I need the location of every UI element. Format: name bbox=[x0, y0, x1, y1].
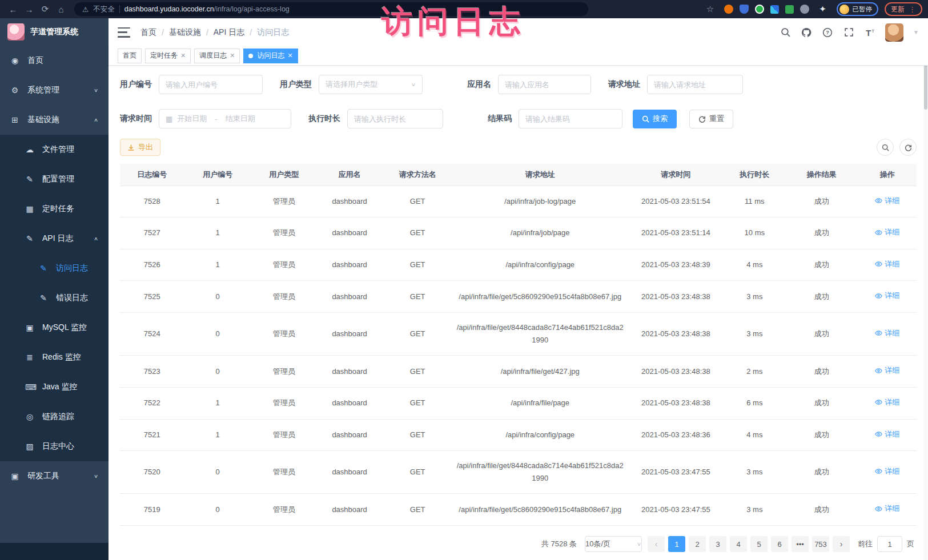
close-icon[interactable]: ✕ bbox=[287, 52, 292, 59]
browser-back-icon[interactable]: ← bbox=[6, 2, 21, 17]
sidebar-item-java-monitor[interactable]: ⌨ Java 监控 bbox=[0, 372, 109, 402]
browser-home-icon[interactable]: ⌂ bbox=[54, 2, 69, 17]
pagination-total: 共 7528 条 bbox=[541, 539, 577, 549]
user-id-input[interactable] bbox=[159, 75, 263, 94]
filter-label-user-type: 用户类型 bbox=[280, 79, 312, 90]
sidebar-item-mysql-monitor[interactable]: ▣ MySQL 监控 bbox=[0, 313, 109, 343]
user-avatar[interactable] bbox=[885, 23, 903, 42]
toggle-search-button[interactable] bbox=[877, 139, 894, 156]
extension-icon[interactable] bbox=[755, 5, 764, 14]
col-method-name: 请求方法名 bbox=[383, 164, 453, 186]
detail-button[interactable]: 详细 bbox=[875, 327, 899, 340]
extension-icon[interactable] bbox=[724, 5, 733, 14]
close-icon[interactable]: ✕ bbox=[180, 52, 186, 59]
tag-access-log[interactable]: 访问日志 ✕ bbox=[243, 49, 298, 63]
breadcrumb-infrastructure[interactable]: 基础设施 bbox=[169, 27, 201, 38]
page-button-753[interactable]: 753 bbox=[812, 536, 829, 552]
sidebar-item-redis-monitor[interactable]: ≣ Redis 监控 bbox=[0, 343, 109, 372]
extension-ghost-icon[interactable] bbox=[800, 5, 809, 14]
detail-button[interactable]: 详细 bbox=[875, 502, 899, 515]
extension-puzzle-icon[interactable] bbox=[770, 5, 779, 14]
warning-icon: ⚠ bbox=[82, 5, 89, 14]
chevron-down-icon: ∨ bbox=[411, 82, 416, 87]
sidebar-item-system-management[interactable]: ⚙ 系统管理 ∨ bbox=[0, 75, 109, 105]
breadcrumb-api-log[interactable]: API 日志 bbox=[214, 27, 244, 38]
page-size-select[interactable]: 10条/页 ∨ bbox=[585, 536, 642, 552]
profile-paused-badge[interactable]: 已暂停 bbox=[837, 2, 879, 16]
font-size-icon[interactable]: TT bbox=[864, 27, 875, 38]
duration-input[interactable] bbox=[347, 109, 443, 128]
browser-toolbar: ← → ⟳ ⌂ ⚠ 不安全 dashboard.yudao.iocoder.cn… bbox=[0, 0, 928, 18]
table-row: 75271管理员dashboardGET /api/infra/job/page… bbox=[120, 217, 917, 249]
github-icon[interactable] bbox=[801, 27, 812, 38]
search-button[interactable]: 搜索 bbox=[633, 110, 677, 128]
detail-button[interactable]: 详细 bbox=[875, 396, 899, 409]
sidebar-item-file-management[interactable]: ☁ 文件管理 bbox=[0, 135, 109, 164]
detail-button[interactable]: 详细 bbox=[875, 428, 899, 441]
browser-reload-icon[interactable]: ⟳ bbox=[38, 2, 53, 17]
result-code-input[interactable] bbox=[519, 109, 622, 128]
sidebar-item-access-log[interactable]: ✎ 访问日志 bbox=[0, 253, 109, 283]
page-button-6[interactable]: 6 bbox=[771, 536, 788, 552]
request-time-daterange[interactable]: ▦ 开始日期 - 结束日期 bbox=[159, 109, 291, 128]
sidebar-item-label: API 日志 bbox=[42, 233, 73, 244]
sidebar-item-trace[interactable]: ◎ 链路追踪 bbox=[0, 402, 109, 432]
fullscreen-icon[interactable] bbox=[843, 27, 854, 38]
page-button-5[interactable]: 5 bbox=[750, 536, 768, 552]
request-url-input[interactable] bbox=[647, 75, 743, 94]
hamburger-icon[interactable] bbox=[118, 27, 130, 38]
error-log-icon: ✎ bbox=[39, 293, 48, 303]
sidebar-item-config-management[interactable]: ✎ 配置管理 bbox=[0, 164, 109, 194]
sidebar-item-scheduled-tasks[interactable]: ▦ 定时任务 bbox=[0, 194, 109, 224]
goto-page-input[interactable]: 1 bbox=[877, 536, 902, 552]
tag-home[interactable]: 首页 bbox=[118, 49, 142, 63]
sidebar-item-error-log[interactable]: ✎ 错误日志 bbox=[0, 283, 109, 313]
browser-update-button[interactable]: 更新 ⋮ bbox=[885, 2, 922, 16]
page-button-3[interactable]: 3 bbox=[709, 536, 726, 552]
sidebar-item-dev-tools[interactable]: ▣ 研发工具 ∨ bbox=[0, 461, 109, 491]
address-bar[interactable]: ⚠ 不安全 dashboard.yudao.iocoder.cn/infra/l… bbox=[74, 2, 588, 16]
reset-button[interactable]: 重置 bbox=[689, 110, 733, 128]
sidebar-item-label: 系统管理 bbox=[27, 85, 59, 95]
prev-page-button[interactable]: ‹ bbox=[648, 536, 665, 552]
sidebar-item-infrastructure[interactable]: ⊞ 基础设施 ∧ bbox=[0, 105, 109, 135]
detail-button[interactable]: 详细 bbox=[875, 289, 899, 302]
page-button-1[interactable]: 1 bbox=[668, 536, 685, 552]
table-row: 75190管理员dashboardGET /api/infra/file/get… bbox=[120, 494, 917, 526]
bookmark-star-icon[interactable]: ☆ bbox=[703, 2, 718, 17]
sidebar-item-label: 访问日志 bbox=[56, 263, 88, 273]
help-icon[interactable]: ? bbox=[822, 27, 833, 38]
tag-schedule-log[interactable]: 调度日志 ✕ bbox=[194, 49, 240, 63]
divider bbox=[119, 5, 120, 13]
breadcrumb-home[interactable]: 首页 bbox=[140, 27, 156, 38]
tag-scheduled-tasks[interactable]: 定时任务 ✕ bbox=[145, 49, 191, 63]
sidebar-item-home[interactable]: ◉ 首页 bbox=[0, 46, 109, 75]
page-ellipsis[interactable]: ••• bbox=[792, 536, 809, 552]
breadcrumb: 首页 / 基础设施 / API 日志 / 访问日志 bbox=[140, 27, 289, 38]
detail-button[interactable]: 详细 bbox=[875, 195, 899, 207]
search-icon[interactable] bbox=[780, 27, 791, 38]
page-button-4[interactable]: 4 bbox=[730, 536, 747, 552]
sidebar-item-log-center[interactable]: ▨ 日志中心 bbox=[0, 432, 109, 461]
profile-avatar bbox=[839, 5, 849, 14]
extension-pin-icon[interactable]: ✦ bbox=[815, 2, 830, 17]
user-type-select[interactable]: 请选择用户类型 ∨ bbox=[319, 75, 423, 94]
close-icon[interactable]: ✕ bbox=[230, 52, 235, 59]
browser-forward-icon[interactable]: → bbox=[22, 2, 37, 17]
caret-down-icon[interactable]: ▼ bbox=[913, 29, 919, 35]
refresh-table-button[interactable] bbox=[899, 139, 917, 156]
extension-shield-icon[interactable] bbox=[740, 5, 749, 14]
detail-button[interactable]: 详细 bbox=[875, 258, 899, 271]
detail-button[interactable]: 详细 bbox=[875, 465, 899, 478]
detail-button[interactable]: 详细 bbox=[875, 226, 899, 239]
app-name-input[interactable] bbox=[498, 75, 591, 94]
app-logo: 芋道管理系统 bbox=[0, 18, 109, 46]
eye-icon bbox=[875, 367, 882, 374]
page-button-2[interactable]: 2 bbox=[689, 536, 706, 552]
sidebar-item-api-log[interactable]: ✎ API 日志 ∧ bbox=[0, 224, 109, 253]
extension-icon[interactable] bbox=[785, 5, 794, 14]
next-page-button[interactable]: › bbox=[833, 536, 850, 552]
export-button[interactable]: 导出 bbox=[120, 139, 160, 156]
page-scrollbar[interactable] bbox=[923, 18, 928, 560]
detail-button[interactable]: 详细 bbox=[875, 364, 899, 377]
